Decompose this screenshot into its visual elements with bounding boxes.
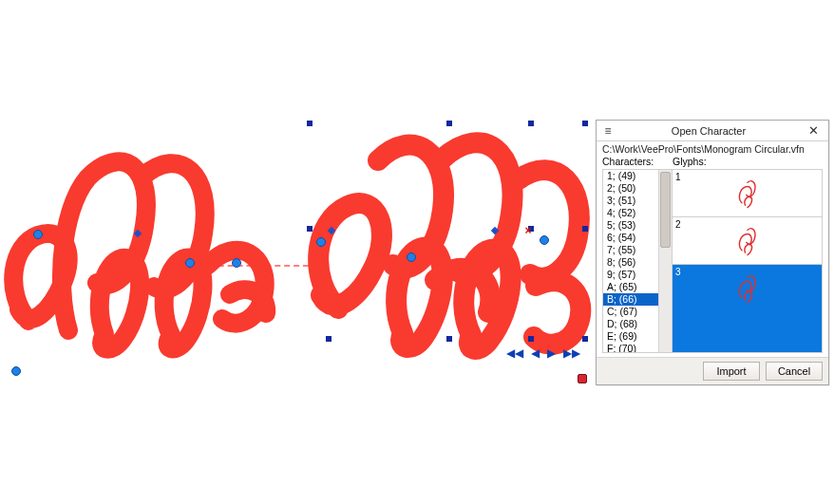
design-canvas[interactable]: × ◀◀ ◀ ▶ ▶▶ [0, 0, 596, 504]
glyph-cell[interactable]: 3 [673, 265, 822, 352]
sel-handle-se[interactable] [582, 336, 588, 342]
char-item[interactable]: 1; (49) [603, 170, 658, 182]
sel-handle-n[interactable] [446, 121, 452, 126]
glyph-number: 3 [675, 267, 681, 277]
char-item[interactable]: C; (67) [603, 306, 658, 318]
sel-handle-w[interactable] [307, 226, 313, 232]
char-item[interactable]: F; (70) [603, 343, 658, 352]
char-item[interactable]: 2; (50) [603, 182, 658, 195]
dialog-buttons: Import Cancel [597, 357, 828, 384]
open-character-dialog: ≡ Open Character ✕ C:\Work\VeePro\Fonts\… [596, 120, 829, 385]
import-button[interactable]: Import [703, 362, 760, 381]
char-item[interactable]: E; (69) [603, 330, 658, 343]
sel-handle-e2[interactable] [582, 226, 588, 232]
glyph-number: 2 [675, 219, 681, 230]
nav-first[interactable]: ◀◀ [506, 346, 523, 360]
glyph-preview [727, 174, 768, 212]
char-item[interactable]: B; (66) [603, 293, 658, 306]
nav-last[interactable]: ▶▶ [563, 346, 580, 360]
menu-icon[interactable]: ≡ [597, 124, 619, 138]
char-item[interactable]: 6; (54) [603, 232, 658, 244]
sel-handle-s[interactable] [446, 336, 452, 342]
scrollbar[interactable] [658, 170, 672, 352]
delete-marker[interactable]: × [523, 226, 533, 235]
glyphs-label: Glyphs: [673, 156, 707, 167]
end-marker[interactable] [578, 374, 587, 383]
char-item[interactable]: A; (65) [603, 281, 658, 293]
anchor-left-a[interactable] [185, 258, 195, 268]
glyph-preview [727, 221, 768, 259]
origin-marker-right[interactable] [407, 252, 416, 262]
origin-marker-left[interactable] [33, 230, 43, 239]
titlebar: ≡ Open Character ✕ [597, 121, 828, 141]
char-item[interactable]: 8; (56) [603, 256, 658, 269]
glyph-number: 1 [675, 172, 681, 182]
sel-handle-ne[interactable] [528, 121, 534, 126]
file-path: C:\Work\VeePro\Fonts\Monogram Circular.v… [597, 141, 828, 155]
anchor-left-b[interactable] [232, 258, 241, 268]
sel-handle-nw[interactable] [307, 121, 313, 126]
char-item[interactable]: 9; (57) [603, 269, 658, 281]
characters-label: Characters: [602, 156, 673, 167]
glyph-left[interactable] [2, 140, 277, 364]
glyph-cell[interactable]: 1 [673, 170, 822, 217]
glyph-nav-arrows: ◀◀ ◀ ▶ ▶▶ [506, 346, 580, 360]
char-item[interactable]: 7; (55) [603, 244, 658, 256]
scrollbar-thumb[interactable] [660, 172, 671, 248]
sel-handle-s2[interactable] [528, 336, 534, 342]
dialog-title: Open Character [619, 125, 798, 137]
nav-prev[interactable]: ◀ [531, 346, 540, 360]
char-item[interactable]: 5; (53) [603, 219, 658, 232]
char-item[interactable]: 4; (52) [603, 207, 658, 219]
nav-next[interactable]: ▶ [547, 346, 556, 360]
glyphs-panel[interactable]: 123 [672, 169, 823, 353]
baseline-marker[interactable] [11, 366, 21, 376]
characters-list[interactable]: 1; (49)2; (50)3; (51)4; (52)5; (53)6; (5… [602, 169, 673, 353]
column-labels: Characters: Glyphs: [597, 155, 828, 169]
cancel-button[interactable]: Cancel [766, 362, 823, 381]
anchor-right-b[interactable] [540, 235, 549, 245]
sel-handle-sw[interactable] [326, 336, 332, 342]
close-icon[interactable]: ✕ [798, 123, 828, 138]
glyph-preview [727, 269, 768, 307]
glyph-cell[interactable]: 2 [673, 217, 822, 265]
char-item[interactable]: 3; (51) [603, 195, 658, 207]
char-item[interactable]: D; (68) [603, 318, 658, 330]
sel-handle-ne2[interactable] [582, 121, 588, 126]
anchor-right-a[interactable] [316, 237, 326, 247]
